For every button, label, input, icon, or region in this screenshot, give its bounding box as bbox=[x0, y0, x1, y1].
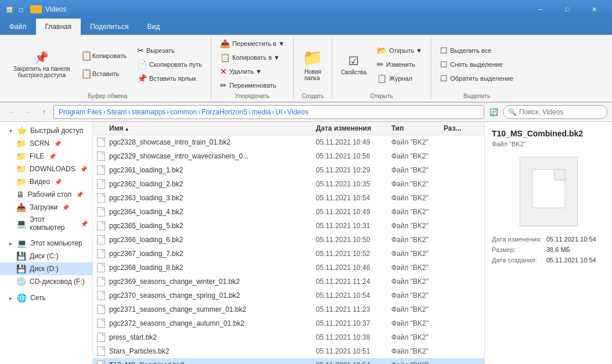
sidebar-item-scrn[interactable]: 📁 SCRN 📌 bbox=[0, 137, 92, 150]
quick-access-label: Быстрый доступ bbox=[30, 127, 83, 135]
file-date: 05.11.2021 10:56 bbox=[316, 152, 391, 160]
tab-file[interactable]: Файл bbox=[0, 19, 36, 35]
sidebar-item-thispc[interactable]: 💻 Этот компьютер 📌 bbox=[0, 214, 92, 233]
sidebar-drive-d[interactable]: 💾 Диск (D:) bbox=[0, 262, 92, 275]
tab-share[interactable]: Поделиться bbox=[81, 19, 138, 35]
file-row[interactable]: pgc2364_loading_4.bk205.11.2021 10:49Фай… bbox=[93, 205, 484, 219]
invert-select-button[interactable]: ☐ Обратить выделение bbox=[436, 72, 517, 85]
refresh-button[interactable]: 🔄 bbox=[487, 105, 501, 119]
file-row[interactable]: pgc2371_seasons_change_summer_01.bk205.1… bbox=[93, 302, 484, 316]
close-button[interactable]: ✕ bbox=[581, 0, 607, 19]
file-row[interactable]: pgc2328_showcase_intro_train_01.bk205.11… bbox=[93, 135, 484, 149]
file-name: pgc2362_loading_2.bk2 bbox=[109, 180, 316, 188]
file-date: 05.11.2021 10:35 bbox=[316, 180, 391, 188]
file-row[interactable]: pgc2366_loading_6.bk205.11.2021 10:50Фай… bbox=[93, 233, 484, 247]
tab-home[interactable]: Главная bbox=[36, 19, 81, 35]
file-name: pgc2366_loading_6.bk2 bbox=[109, 236, 316, 244]
path-program-files[interactable]: Program Files bbox=[59, 108, 102, 116]
paste-shortcut-button[interactable]: 📌 Вставить ярлык bbox=[133, 72, 206, 85]
file-row[interactable]: pgc2361_loading_1.bk205.11.2021 10:29Фай… bbox=[93, 163, 484, 177]
edit-button[interactable]: ✏ Изменить bbox=[373, 58, 426, 71]
preview-size-row: Размер: 38,6 МБ bbox=[492, 246, 605, 253]
file-row[interactable]: pgc2362_loading_2.bk205.11.2021 10:35Фай… bbox=[93, 177, 484, 191]
file-row[interactable]: pgc2367_loading_7.bk205.11.2021 10:52Фай… bbox=[93, 247, 484, 261]
file-date: 05.11.2021 10:38 bbox=[316, 333, 391, 341]
copy-to-button[interactable]: 📋 Копировать в ▼ bbox=[216, 51, 289, 64]
file-row[interactable]: pgc2363_loading_3.bk205.11.2021 10:54Фай… bbox=[93, 191, 484, 205]
up-button[interactable]: ↑ bbox=[37, 105, 51, 119]
invert-icon: ☐ bbox=[440, 74, 448, 83]
col-type-header[interactable]: Тип bbox=[391, 124, 444, 132]
file-name: pgc2367_loading_7.bk2 bbox=[109, 250, 316, 258]
path-game[interactable]: ForzaHorizon5 bbox=[201, 108, 247, 116]
file-row[interactable]: pgc2370_seasons_change_spring_01.bk205.1… bbox=[93, 289, 484, 302]
forward-button[interactable]: → bbox=[21, 105, 35, 119]
file-row[interactable]: pgc2368_loading_8.bk205.11.2021 10:46Фай… bbox=[93, 261, 484, 275]
search-box[interactable]: 🔍 bbox=[503, 105, 607, 119]
address-path[interactable]: Program Files › Steam › steamapps › comm… bbox=[53, 105, 484, 119]
open-button[interactable]: 📂 Открыть ▼ bbox=[373, 44, 426, 57]
window-controls[interactable]: ─ □ ✕ bbox=[527, 0, 607, 19]
sidebar-quick-access[interactable]: ▾ ⭐ Быстрый доступ bbox=[0, 124, 92, 137]
maximize-button[interactable]: □ bbox=[554, 0, 581, 19]
file-row[interactable]: pgc2365_loading_5.bk205.11.2021 10:31Фай… bbox=[93, 219, 484, 233]
disk-c-label: Диск (C:) bbox=[30, 252, 58, 260]
back-button[interactable]: ← bbox=[5, 105, 19, 119]
path-steam[interactable]: Steam bbox=[107, 108, 127, 116]
sidebar-item-downloads2[interactable]: 📥 Загрузки 📌 bbox=[0, 201, 92, 214]
file-name: pgc2369_seasons_change_winter_01.bk2 bbox=[109, 277, 316, 286]
sidebar-drive-f[interactable]: 💿 CD-дисковод (F:) bbox=[0, 275, 92, 288]
deselect-button[interactable]: ☐ Снять выделение bbox=[436, 58, 517, 71]
file-row[interactable]: press_start.bk205.11.2021 10:38Файл "BK2… bbox=[93, 330, 484, 344]
file-date: 05.11.2021 10:46 bbox=[316, 264, 391, 272]
sidebar-drive-c[interactable]: 💾 Диск (C:) bbox=[0, 250, 92, 262]
col-size-header[interactable]: Раз... bbox=[444, 124, 484, 132]
new-folder-button[interactable]: 📁 Новаяпапка bbox=[298, 45, 327, 84]
path-common[interactable]: common bbox=[170, 108, 197, 116]
col-date-header[interactable]: Дата изменения bbox=[316, 124, 391, 132]
pin-button[interactable]: 📌 Закрепить на панелибыстрого доступа bbox=[9, 48, 74, 81]
sidebar-item-desktop[interactable]: 🖥 Рабочий стол 📌 bbox=[0, 188, 92, 201]
copy-path-button[interactable]: 📄 Скопировать путь bbox=[133, 58, 206, 71]
path-media[interactable]: media bbox=[252, 108, 271, 116]
preview-date-modified-label: Дата изменения: bbox=[492, 236, 544, 243]
file-name: pgc2361_loading_1.bk2 bbox=[109, 166, 316, 174]
file-row[interactable]: Stars_Particles.bk205.11.2021 10:51Файл … bbox=[93, 344, 484, 358]
file-name: T10_MS_Combined.bk2 bbox=[109, 361, 316, 364]
path-steamapps[interactable]: steamapps bbox=[131, 108, 165, 116]
search-input[interactable] bbox=[519, 108, 606, 116]
path-ui[interactable]: UI bbox=[275, 108, 282, 116]
sidebar-this-pc[interactable]: ▸ 💻 Этот компьютер bbox=[0, 237, 92, 250]
sidebar-item-video[interactable]: 📁 Видео 📌 bbox=[0, 175, 92, 188]
file-date: 05.11.2021 10:49 bbox=[316, 208, 391, 216]
pin-indicator: 📌 bbox=[81, 221, 88, 227]
file-row[interactable]: pgc2369_seasons_change_winter_01.bk205.1… bbox=[93, 275, 484, 289]
move-to-button[interactable]: 📤 Переместить в ▼ bbox=[216, 37, 289, 50]
preview-panel: T10_MS_Combined.bk2 Файл "BK2" Дата изме… bbox=[484, 122, 612, 364]
sidebar-network[interactable]: ▸ 🌐 Сеть bbox=[0, 291, 92, 304]
ribbon-group-new: 📁 Новаяпапка Создать bbox=[294, 37, 332, 99]
history-button[interactable]: 📋 Журнал bbox=[373, 72, 426, 85]
copy-button[interactable]: 📋 Копировать bbox=[77, 47, 131, 64]
downloads-icon: 📥 bbox=[16, 203, 26, 212]
sidebar-item-downloads[interactable]: 📁 DOWNLOADS 📌 bbox=[0, 163, 92, 175]
file-row[interactable]: T10_MS_Combined.bk205.11.2021 10:54Файл … bbox=[93, 358, 484, 364]
cut-button[interactable]: ✂ Вырезать bbox=[133, 44, 206, 57]
tab-view[interactable]: Вид bbox=[138, 19, 169, 35]
select-all-button[interactable]: ☐ Выделить все bbox=[436, 44, 517, 57]
file-type: Файл "BK2" bbox=[391, 333, 444, 341]
col-name-header[interactable]: Имя ▴ bbox=[105, 124, 316, 132]
file-row[interactable]: pgc2329_showcase_intro_wavecrashers_0...… bbox=[93, 149, 484, 163]
delete-button[interactable]: ✕ Удалить ▼ bbox=[216, 65, 289, 78]
preview-date-modified-value: 05.11.2021 10:54 bbox=[546, 236, 596, 243]
properties-button[interactable]: ☑ Свойства bbox=[337, 51, 370, 78]
path-videos[interactable]: Videos bbox=[287, 108, 308, 116]
sidebar-item-file[interactable]: 📁 FILE 📌 bbox=[0, 150, 92, 163]
file-date: 05.11.2021 10:31 bbox=[316, 222, 391, 230]
minimize-button[interactable]: ─ bbox=[527, 0, 554, 19]
title-bar: 🪟 ◻ Videos ─ □ ✕ bbox=[0, 0, 612, 19]
paste-button[interactable]: 📋 Вставить bbox=[77, 65, 131, 82]
file-row[interactable]: pgc2372_seasons_change_autumn_01.bk205.1… bbox=[93, 316, 484, 330]
rename-button[interactable]: ✏ Переименовать bbox=[216, 79, 289, 92]
paste-shortcut-icon: 📌 bbox=[137, 74, 147, 83]
